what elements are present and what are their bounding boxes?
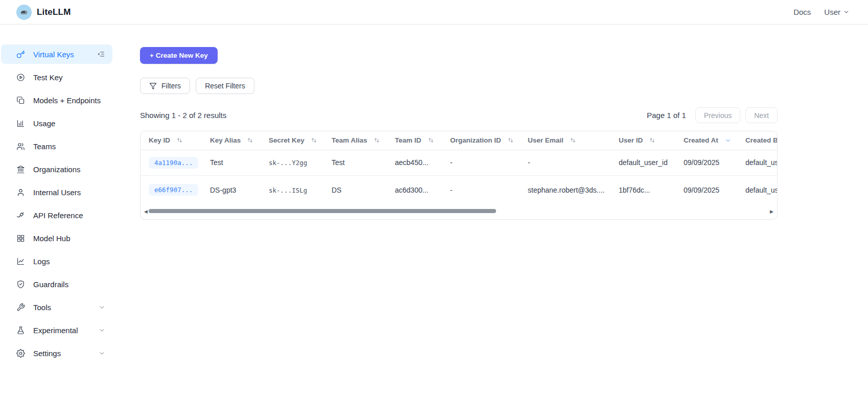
keys-table: Key IDKey AliasSecret KeyTeam AliasTeam … <box>140 131 778 204</box>
sort-icon[interactable] <box>373 137 380 144</box>
sidebar-item-guardrails[interactable]: Guardrails <box>1 274 112 294</box>
cell-team_id: aecb450... <box>387 150 442 175</box>
sidebar-item-models-endpoints[interactable]: Models + Endpoints <box>1 90 112 110</box>
cell-user_id: default_user_id <box>611 150 675 175</box>
column-label: User Email <box>528 136 564 144</box>
cell-created_at: 09/09/2025 <box>675 175 737 204</box>
cell-created_by: default_user_id <box>737 175 778 204</box>
cell-secret_key: sk-...ISLg <box>261 175 323 204</box>
wrench-icon <box>16 303 26 312</box>
sidebar-item-label: Teams <box>33 142 56 151</box>
sidebar-item-label: Experimental <box>33 326 78 335</box>
boxes-icon <box>16 96 26 105</box>
filters-button[interactable]: Filters <box>140 78 190 94</box>
sidebar: Virtual KeysTest KeyModels + EndpointsUs… <box>0 25 113 396</box>
column-label: Organization ID <box>450 136 501 144</box>
chevron-down-icon[interactable] <box>99 327 105 334</box>
line-chart-icon <box>16 257 26 266</box>
gear-icon <box>16 349 26 358</box>
sort-desc-icon[interactable] <box>724 137 732 144</box>
sidebar-item-api-reference[interactable]: API Reference <box>1 205 112 225</box>
column-header-organization-id[interactable]: Organization ID <box>442 131 520 150</box>
key-icon <box>16 50 26 59</box>
column-header-team-id[interactable]: Team ID <box>387 131 442 150</box>
grid-icon <box>16 234 26 243</box>
sort-icon[interactable] <box>176 137 183 144</box>
sidebar-item-experimental[interactable]: Experimental <box>1 320 112 340</box>
docs-link[interactable]: Docs <box>793 8 811 16</box>
user-icon <box>16 188 26 197</box>
previous-page-button[interactable]: Previous <box>695 107 740 123</box>
sidebar-item-organizations[interactable]: Organizations <box>1 159 112 179</box>
sidebar-item-virtual-keys[interactable]: Virtual Keys <box>1 44 112 64</box>
column-label: Secret Key <box>269 136 304 144</box>
column-label: Team ID <box>395 136 421 144</box>
sidebar-item-label: Virtual Keys <box>33 50 74 59</box>
litellm-logo-icon <box>16 5 32 20</box>
key-id-badge[interactable]: e66f907... <box>149 184 198 196</box>
sidebar-item-tools[interactable]: Tools <box>1 297 112 317</box>
sidebar-item-teams[interactable]: Teams <box>1 136 112 156</box>
play-circle-icon <box>16 73 26 82</box>
column-label: Created At <box>684 136 718 144</box>
funnel-icon <box>149 82 157 90</box>
sort-icon[interactable] <box>507 137 514 144</box>
sidebar-item-usage[interactable]: Usage <box>1 113 112 133</box>
table-row: e66f907...DS-gpt3sk-...ISLgDSac6d300...-… <box>140 175 778 204</box>
sidebar-item-label: Tools <box>33 303 51 312</box>
cell-team_alias: Test <box>323 150 387 175</box>
scrollbar-thumb[interactable] <box>149 209 496 213</box>
chevron-down-icon[interactable] <box>99 304 105 311</box>
sort-icon[interactable] <box>428 137 434 144</box>
column-header-key-alias[interactable]: Key Alias <box>202 131 261 150</box>
next-page-button[interactable]: Next <box>745 107 778 123</box>
sidebar-item-label: Models + Endpoints <box>33 96 101 105</box>
cell-organization_id: - <box>442 150 520 175</box>
sort-icon[interactable] <box>649 137 655 144</box>
sort-icon[interactable] <box>570 137 576 144</box>
main-content: + Create New Key Filters Reset Filters S… <box>113 25 868 396</box>
sidebar-item-model-hub[interactable]: Model Hub <box>1 228 112 248</box>
column-header-user-id[interactable]: User ID <box>611 131 675 150</box>
scroll-right-icon[interactable]: ▶ <box>770 208 773 215</box>
brand: LiteLLM <box>16 5 71 20</box>
cell-team_id: ac6d300... <box>387 175 442 204</box>
menu-fold-icon[interactable] <box>97 50 105 58</box>
top-header: LiteLLM Docs User <box>0 0 868 25</box>
bar-chart-icon <box>16 119 26 128</box>
cell-key_id: 4a1190a... <box>140 150 202 175</box>
flask-icon <box>16 326 26 335</box>
table-row: 4a1190a...Testsk-...Y2ggTestaecb450...--… <box>140 150 778 175</box>
column-header-created-by[interactable]: Created By <box>737 131 778 150</box>
reset-filters-button[interactable]: Reset Filters <box>196 78 254 94</box>
landmark-icon <box>16 165 26 174</box>
sidebar-item-settings[interactable]: Settings <box>1 343 112 363</box>
results-summary: Showing 1 - 2 of 2 results <box>140 111 226 120</box>
column-label: Created By <box>745 136 778 144</box>
page-info: Page 1 of 1 <box>647 111 686 120</box>
column-header-user-email[interactable]: User Email <box>520 131 611 150</box>
create-new-key-button[interactable]: + Create New Key <box>140 47 218 64</box>
column-header-created-at[interactable]: Created At <box>675 131 737 150</box>
sidebar-item-test-key[interactable]: Test Key <box>1 67 112 87</box>
column-header-secret-key[interactable]: Secret Key <box>261 131 323 150</box>
keys-table-card: Key IDKey AliasSecret KeyTeam AliasTeam … <box>140 131 778 220</box>
user-menu[interactable]: User <box>824 8 850 16</box>
sidebar-item-logs[interactable]: Logs <box>1 251 112 271</box>
scroll-left-icon[interactable]: ◀ <box>144 208 148 215</box>
sort-icon[interactable] <box>247 137 253 144</box>
sort-icon[interactable] <box>311 137 317 144</box>
sidebar-item-label: Guardrails <box>33 280 68 289</box>
column-header-key-id[interactable]: Key ID <box>140 131 202 150</box>
chevron-down-icon[interactable] <box>99 350 105 357</box>
column-header-team-alias[interactable]: Team Alias <box>323 131 387 150</box>
cell-team_alias: DS <box>323 175 387 204</box>
cell-key_id: e66f907... <box>140 175 202 204</box>
key-id-badge[interactable]: 4a1190a... <box>149 157 198 169</box>
users-icon <box>16 142 26 151</box>
table-body: 4a1190a...Testsk-...Y2ggTestaecb450...--… <box>140 150 778 204</box>
filters-button-label: Filters <box>161 82 181 90</box>
secret-key-value: sk-...ISLg <box>269 187 307 194</box>
column-label: Team Alias <box>332 136 367 144</box>
sidebar-item-internal-users[interactable]: Internal Users <box>1 182 112 202</box>
